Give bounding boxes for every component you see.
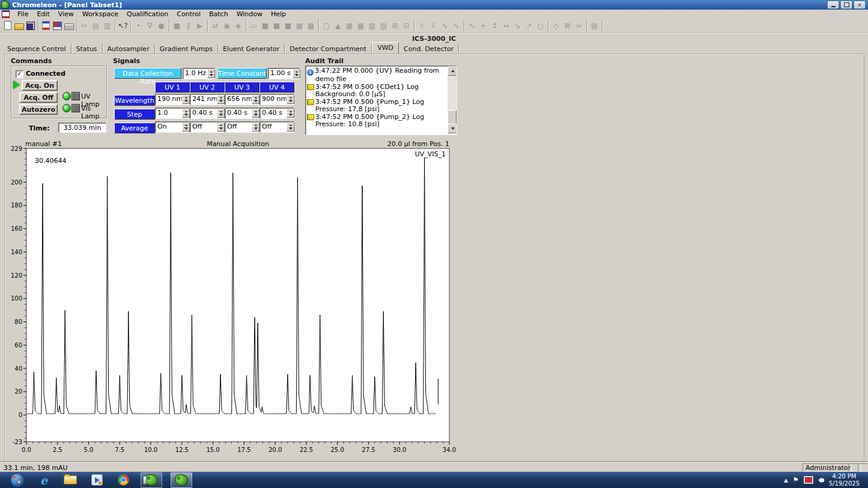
chart-plot[interactable]: 229200180160140120100806040200-230.02.55… bbox=[6, 140, 463, 462]
menu-control[interactable]: Control bbox=[172, 10, 205, 19]
signal-plot-icon[interactable]: ▲ bbox=[332, 20, 344, 31]
spin-down-icon[interactable] bbox=[182, 99, 190, 105]
prepare-icon[interactable]: ∇ bbox=[144, 20, 156, 31]
tab-eluent-generator[interactable]: Eluent Generator bbox=[218, 44, 285, 53]
acq-off-button[interactable]: Acq. Off bbox=[19, 92, 58, 103]
annotate-icon[interactable]: ◇ bbox=[550, 20, 562, 31]
taskbar-item-media-player[interactable] bbox=[88, 473, 106, 487]
scroll-down-icon[interactable] bbox=[448, 124, 457, 133]
pan-icon[interactable]: + bbox=[478, 20, 489, 31]
inject-icon[interactable]: • bbox=[133, 20, 144, 31]
spin-down-icon[interactable] bbox=[293, 73, 300, 79]
panel-mixed-icon[interactable]: ▩ bbox=[305, 20, 317, 31]
menu-window[interactable]: Window bbox=[232, 10, 267, 19]
average-field-1[interactable]: On bbox=[155, 121, 190, 133]
data-collection-rate-field[interactable]: 1.0 Hz bbox=[183, 68, 215, 79]
select-up-icon[interactable]: ↗ bbox=[523, 20, 535, 31]
wave-trace-2-icon[interactable]: ∿ bbox=[451, 20, 462, 31]
average-field-2[interactable]: Off bbox=[190, 121, 225, 133]
spin-down-icon[interactable] bbox=[217, 112, 225, 118]
save-method-icon[interactable]: ⇩ bbox=[428, 20, 439, 31]
wavelength-field-3[interactable]: 656 nm bbox=[225, 94, 259, 105]
tab-sequence-control[interactable]: Sequence Control bbox=[2, 44, 71, 53]
tab-gradient-pumps[interactable]: Gradient Pumps bbox=[155, 44, 218, 53]
audit-scrollbar[interactable] bbox=[448, 66, 457, 133]
time-constant-button[interactable]: Time Constant bbox=[217, 68, 267, 79]
panel-filled-1-icon[interactable]: ■ bbox=[259, 20, 271, 31]
print-plot-icon[interactable]: ▤ bbox=[589, 20, 600, 31]
sequence-wizard-icon[interactable] bbox=[40, 20, 52, 31]
taskbar-item-start[interactable] bbox=[8, 473, 26, 487]
wavelength-button[interactable]: Wavelength bbox=[114, 95, 155, 106]
select-down-icon[interactable]: ↘ bbox=[512, 20, 523, 31]
overlay-icon[interactable]: ≈ bbox=[573, 20, 584, 31]
zoom-vertical-icon[interactable]: ↕ bbox=[489, 20, 500, 31]
channel-button-4[interactable]: UV 4 bbox=[259, 82, 294, 93]
smart-startup-icon[interactable]: ◈ bbox=[232, 20, 244, 31]
menu-edit[interactable]: Edit bbox=[32, 10, 53, 19]
tray-expand-icon[interactable]: ▲ bbox=[784, 477, 788, 483]
step-field-2[interactable]: 0.40 s bbox=[190, 108, 225, 119]
load-method-icon[interactable]: ⇧ bbox=[416, 20, 428, 31]
layout-grid-icon[interactable]: ⊞ bbox=[389, 20, 401, 31]
connect-icon[interactable]: ⇄ bbox=[210, 20, 221, 31]
step-field-4[interactable]: 0.40 s bbox=[259, 108, 294, 119]
crosshair-icon[interactable]: ⊠ bbox=[562, 20, 573, 31]
connected-checkbox[interactable]: ✓ bbox=[16, 70, 23, 78]
tab-detector-compartment[interactable]: Detector Compartment bbox=[285, 44, 372, 53]
panel-filled-2-icon[interactable]: ■ bbox=[271, 20, 282, 31]
panel-grid-icon[interactable]: ▦ bbox=[294, 20, 305, 31]
start-icon[interactable]: ▶ bbox=[194, 20, 205, 31]
audit-trail-list[interactable]: i3:47:22 PM 0.000 {UV} Reading from demo… bbox=[305, 66, 457, 135]
taskbar-clock[interactable]: 4:20 PM 5/19/2025 bbox=[829, 473, 860, 487]
data-collection-rate-button[interactable]: Data Collection Rate bbox=[114, 68, 181, 79]
plot-area[interactable] bbox=[26, 148, 449, 442]
step-field-3[interactable]: 0.40 s bbox=[225, 108, 259, 119]
spin-down-icon[interactable] bbox=[287, 99, 294, 105]
layout-c-icon[interactable]: ▨ bbox=[366, 20, 378, 31]
taskbar-item-chromeleon-panel[interactable] bbox=[171, 472, 192, 488]
layout-split-icon[interactable]: ⊟ bbox=[401, 20, 412, 31]
spin-down-icon[interactable] bbox=[252, 99, 259, 105]
wavelength-field-2[interactable]: 241 nm bbox=[190, 94, 225, 105]
action-center-flag-icon[interactable]: ⚑ bbox=[793, 476, 799, 484]
taskbar-item-file-explorer[interactable] bbox=[61, 473, 79, 487]
menu-qualification[interactable]: Qualification bbox=[123, 10, 172, 19]
spin-down-icon[interactable] bbox=[182, 112, 190, 118]
menu-batch[interactable]: Batch bbox=[205, 10, 232, 19]
open-folder-icon[interactable] bbox=[13, 20, 25, 31]
scroll-up-icon[interactable] bbox=[448, 66, 457, 76]
taskbar-item-chromeleon-sequence[interactable] bbox=[141, 472, 162, 488]
autozero-button[interactable]: Autozero bbox=[19, 104, 58, 115]
zoom-horizontal-icon[interactable]: ↔ bbox=[500, 20, 512, 31]
tab-cond-detector[interactable]: Cond. Detector bbox=[399, 44, 459, 53]
menu-view[interactable]: View bbox=[54, 10, 78, 19]
uv-lamp-toggle[interactable] bbox=[71, 92, 80, 100]
spin-down-icon[interactable] bbox=[287, 112, 294, 118]
time-constant-field[interactable]: 1.00 s bbox=[268, 68, 300, 79]
window-new-icon[interactable]: ▢ bbox=[321, 20, 332, 31]
maximize-button[interactable] bbox=[840, 1, 852, 9]
save-icon[interactable] bbox=[25, 20, 36, 31]
pointer-icon[interactable]: ↖ bbox=[466, 20, 478, 31]
paste-icon[interactable]: ▥ bbox=[102, 20, 113, 31]
taskbar-item-internet-explorer[interactable]: e bbox=[35, 473, 53, 487]
spin-down-icon[interactable] bbox=[217, 99, 225, 105]
find-icon[interactable]: ○ bbox=[535, 20, 546, 31]
scroll-thumb[interactable] bbox=[448, 110, 457, 124]
spin-down-icon[interactable] bbox=[252, 112, 259, 118]
copy-icon[interactable]: ▤ bbox=[90, 20, 102, 31]
spin-down-icon[interactable] bbox=[207, 73, 215, 79]
menu-help[interactable]: Help bbox=[267, 10, 290, 19]
close-button[interactable]: × bbox=[854, 1, 866, 9]
display-tray-icon[interactable] bbox=[804, 476, 813, 484]
average-field-3[interactable]: Off bbox=[225, 121, 259, 133]
spin-down-icon[interactable] bbox=[217, 126, 225, 132]
menu-file[interactable]: File bbox=[13, 10, 32, 19]
average-button[interactable]: Average bbox=[114, 123, 155, 133]
monitor-baseline-icon[interactable]: ◉ bbox=[221, 20, 232, 31]
average-field-4[interactable]: Off bbox=[259, 121, 294, 133]
panel-filled-3-icon[interactable]: ■ bbox=[282, 20, 294, 31]
volume-icon[interactable] bbox=[818, 477, 824, 483]
wave-trace-1-icon[interactable]: ∿ bbox=[439, 20, 451, 31]
